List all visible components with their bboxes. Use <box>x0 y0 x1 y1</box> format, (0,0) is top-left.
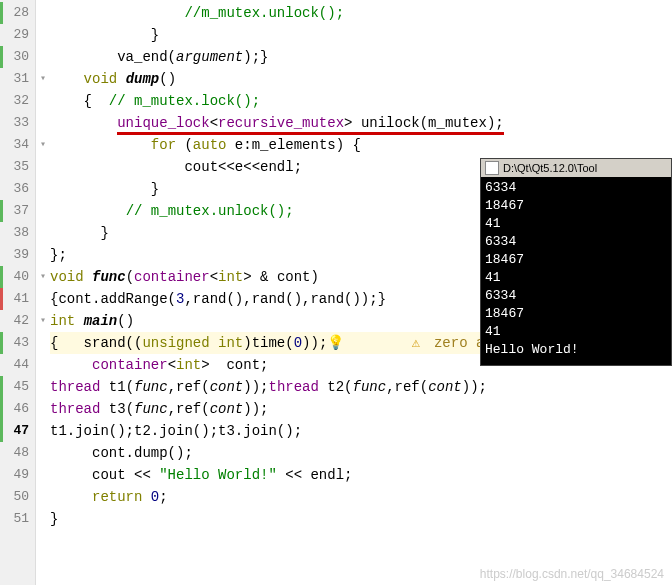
line-number: 37 <box>0 200 35 222</box>
code-line[interactable]: thread t1(func,ref(cont));thread t2(func… <box>50 376 672 398</box>
fold-indicator <box>36 332 50 354</box>
warning-icon: ⚠ <box>412 332 426 354</box>
change-marker-green <box>0 332 3 354</box>
fold-indicator <box>36 420 50 442</box>
line-number: 35 <box>0 156 35 178</box>
fold-indicator <box>36 354 50 376</box>
fold-indicator <box>36 508 50 530</box>
code-line[interactable]: thread t3(func,ref(cont)); <box>50 398 672 420</box>
fold-indicator[interactable]: ▾ <box>36 310 50 332</box>
console-line: 6334 <box>485 233 667 251</box>
fold-indicator <box>36 24 50 46</box>
line-number: 44 <box>0 354 35 376</box>
console-line: 41 <box>485 269 667 287</box>
console-icon <box>485 161 499 175</box>
line-number: 51 <box>0 508 35 530</box>
change-marker-green <box>0 200 3 222</box>
fold-indicator <box>36 244 50 266</box>
code-line[interactable]: cout << "Hello World!" << endl; <box>50 464 672 486</box>
line-number: 41 <box>0 288 35 310</box>
line-number: 30 <box>0 46 35 68</box>
change-marker-red <box>0 288 3 310</box>
change-marker-green <box>0 398 3 420</box>
line-number: 29 <box>0 24 35 46</box>
fold-indicator <box>36 376 50 398</box>
code-line[interactable]: t1.join();t2.join();t3.join(); <box>50 420 672 442</box>
fold-indicator[interactable]: ▾ <box>36 134 50 156</box>
code-line[interactable]: va_end(argument);} <box>50 46 672 68</box>
code-line[interactable]: void dump() <box>50 68 672 90</box>
lightbulb-icon[interactable]: 💡 <box>327 335 344 351</box>
console-titlebar[interactable]: D:\Qt\Qt5.12.0\Tool <box>481 159 671 177</box>
code-line[interactable]: { // m_mutex.lock(); <box>50 90 672 112</box>
fold-indicator[interactable]: ▾ <box>36 68 50 90</box>
fold-indicator <box>36 398 50 420</box>
code-line[interactable]: return 0; <box>50 486 672 508</box>
line-number: 39 <box>0 244 35 266</box>
underlined-code: unique_lock<recursive_mutex> unilock(m_m… <box>117 115 504 135</box>
fold-indicator <box>36 222 50 244</box>
line-number: 50 <box>0 486 35 508</box>
change-marker-green <box>0 420 3 442</box>
line-number: 48 <box>0 442 35 464</box>
console-window: D:\Qt\Qt5.12.0\Tool 63341846741633418467… <box>480 158 672 366</box>
code-line[interactable]: } <box>50 508 672 530</box>
fold-indicator <box>36 2 50 24</box>
line-number: 31 <box>0 68 35 90</box>
fold-indicator <box>36 288 50 310</box>
fold-indicator <box>36 156 50 178</box>
line-number: 42 <box>0 310 35 332</box>
change-marker-green <box>0 376 3 398</box>
line-number: 49 <box>0 464 35 486</box>
fold-indicator <box>36 200 50 222</box>
line-number: 34 <box>0 134 35 156</box>
fold-indicator <box>36 46 50 68</box>
console-line: Hello World! <box>485 341 667 359</box>
change-marker-green <box>0 46 3 68</box>
change-marker-green <box>0 266 3 288</box>
line-number: 45 <box>0 376 35 398</box>
code-line[interactable]: for (auto e:m_elements) { <box>50 134 672 156</box>
line-number-gutter: 2829303132333435363738394041424344454647… <box>0 0 36 585</box>
fold-indicator <box>36 442 50 464</box>
line-number: 32 <box>0 90 35 112</box>
console-line: 18467 <box>485 251 667 269</box>
fold-indicator <box>36 464 50 486</box>
code-line[interactable]: unique_lock<recursive_mutex> unilock(m_m… <box>50 112 672 134</box>
fold-indicator <box>36 178 50 200</box>
console-line: 6334 <box>485 287 667 305</box>
fold-indicator <box>36 90 50 112</box>
code-line[interactable]: cont.dump(); <box>50 442 672 464</box>
change-marker-green <box>0 2 3 24</box>
fold-indicator <box>36 486 50 508</box>
line-number: 40 <box>0 266 35 288</box>
line-number: 28 <box>0 2 35 24</box>
watermark: https://blog.csdn.net/qq_34684524 <box>480 567 664 581</box>
line-number: 36 <box>0 178 35 200</box>
fold-column: ▾▾▾▾ <box>36 0 50 585</box>
console-output: 633418467416334184674163341846741Hello W… <box>481 177 671 365</box>
console-line: 18467 <box>485 197 667 215</box>
console-line: 41 <box>485 215 667 233</box>
code-line[interactable]: //m_mutex.unlock(); <box>50 2 672 24</box>
console-line: 6334 <box>485 179 667 197</box>
code-line[interactable]: } <box>50 24 672 46</box>
console-line: 41 <box>485 323 667 341</box>
line-number: 46 <box>0 398 35 420</box>
console-line: 18467 <box>485 305 667 323</box>
fold-indicator[interactable]: ▾ <box>36 266 50 288</box>
line-number: 33 <box>0 112 35 134</box>
console-title-text: D:\Qt\Qt5.12.0\Tool <box>503 162 597 174</box>
line-number: 47 <box>0 420 35 442</box>
line-number: 38 <box>0 222 35 244</box>
fold-indicator <box>36 112 50 134</box>
line-number: 43 <box>0 332 35 354</box>
